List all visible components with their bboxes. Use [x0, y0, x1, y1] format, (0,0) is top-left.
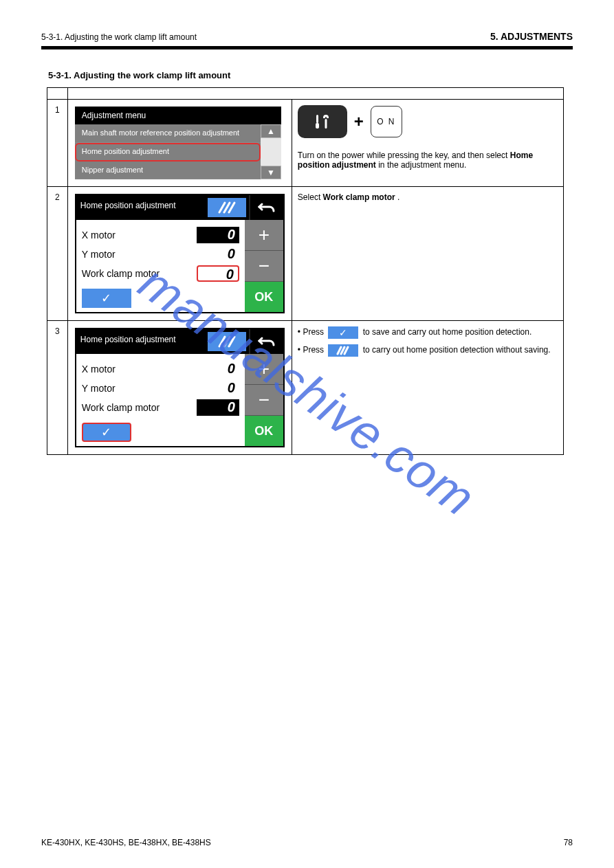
text-span: Select — [298, 192, 323, 202]
check-icon: ✓ — [101, 291, 111, 306]
adjustment-menu-title: Adjustment menu — [75, 107, 281, 124]
row3-image-cell: Home position adjustment — [67, 321, 292, 455]
header-left: 5-3-1. Adjusting the work clamp lift amo… — [41, 32, 197, 42]
hp-title: Home position adjustment — [76, 195, 205, 220]
plus-label: + — [354, 112, 364, 131]
menu-item-main-shaft[interactable]: Main shaft motor reference position adju… — [75, 124, 261, 143]
back-icon — [257, 201, 276, 214]
hp-back-button-3[interactable] — [249, 329, 283, 354]
table-row: 2 Home position adjustment — [47, 187, 564, 321]
minus-button-3[interactable]: − — [245, 385, 283, 416]
confirm-button-3[interactable]: ✓ — [82, 423, 131, 442]
text-span: . — [397, 192, 399, 202]
minus-button[interactable]: − — [245, 251, 283, 282]
home-position-panel-3: Home position adjustment — [75, 328, 285, 447]
main-table: 1 Adjustment menu Main shaft motor refer… — [47, 87, 564, 455]
svg-rect-2 — [325, 119, 327, 129]
tools-icon-button[interactable] — [298, 105, 347, 138]
plus-button-3[interactable]: + — [245, 354, 283, 385]
text-span: Turn on the power while pressing the — [298, 151, 435, 160]
row-number: 3 — [47, 321, 68, 455]
adjustment-menu: Adjustment menu Main shaft motor referen… — [75, 107, 281, 179]
confirm-button[interactable]: ✓ — [82, 289, 131, 308]
ok-button-3[interactable]: OK — [245, 416, 283, 446]
header-right: 5. ADJUSTMENTS — [490, 31, 573, 42]
table-header-num — [47, 88, 68, 100]
doc-footer: KE-430HX, KE-430HS, BE-438HX, BE-438HS 7… — [41, 838, 573, 847]
slash-icon — [215, 200, 239, 215]
hp-back-button[interactable] — [249, 195, 283, 220]
doc-header: 5-3-1. Adjusting the work clamp lift amo… — [41, 31, 573, 42]
ok-button[interactable]: OK — [245, 282, 283, 312]
inline-work-clamp-label: Work clamp motor — [323, 192, 395, 202]
x-motor-value-3[interactable]: 0 — [197, 361, 239, 377]
work-clamp-motor-label[interactable]: Work clamp motor — [82, 268, 197, 279]
inline-check-icon: ✓ — [328, 326, 358, 339]
home-position-panel: Home position adjustment — [75, 194, 285, 313]
hp-title-3: Home position adjustment — [76, 329, 205, 354]
svg-rect-0 — [316, 115, 318, 123]
row2-text-cell: Select Work clamp motor . — [292, 187, 563, 321]
footer-left: KE-430HX, KE-430HS, BE-438HX, BE-438HS — [41, 838, 211, 847]
work-clamp-motor-value-3[interactable]: 0 — [197, 399, 239, 416]
work-clamp-motor-label-3[interactable]: Work clamp motor — [82, 402, 197, 413]
y-motor-label[interactable]: Y motor — [82, 249, 197, 260]
work-clamp-motor-value[interactable]: 0 — [197, 265, 239, 282]
text-span: • Press — [298, 327, 327, 337]
inline-slash-icon — [328, 344, 358, 357]
tools-icon — [312, 112, 333, 131]
header-rule — [41, 46, 573, 49]
plus-button[interactable]: + — [245, 220, 283, 251]
table-header-rest — [67, 88, 563, 100]
on-button-label: O N — [377, 117, 395, 126]
row1-text-cell: Movement mode standby screen + O N — [292, 100, 563, 187]
text-span: key, and then select — [435, 151, 510, 160]
table-row: 1 Adjustment menu Main shaft motor refer… — [47, 100, 564, 187]
text-span: in the adjustment menu. — [378, 160, 466, 170]
menu-up-arrow[interactable]: ▲ — [261, 124, 281, 138]
text-span: to carry out home position detection wit… — [363, 345, 551, 355]
text-span: • Press — [298, 345, 327, 355]
x-motor-label[interactable]: X motor — [82, 230, 197, 241]
svg-rect-1 — [316, 123, 319, 129]
text-span: to save and carry out home position dete… — [363, 327, 531, 337]
slash-icon — [215, 334, 239, 349]
section-title: 5-3-1. Adjusting the work clamp lift amo… — [48, 70, 566, 80]
hp-slash-button-3[interactable] — [206, 331, 248, 353]
row3-text-cell: • Press ✓ to save and carry out home pos… — [292, 321, 563, 455]
x-motor-value[interactable]: 0 — [197, 227, 239, 243]
footer-right: 78 — [564, 838, 573, 847]
row1-image-cell: Adjustment menu Main shaft motor referen… — [67, 100, 292, 187]
row1-text: Turn on the power while pressing the key… — [298, 151, 558, 170]
page-wrapper: 5-3-1. Adjusting the work clamp lift amo… — [0, 0, 614, 482]
hp-slash-button[interactable] — [206, 197, 248, 219]
check-icon: ✓ — [339, 327, 347, 338]
x-motor-label-3[interactable]: X motor — [82, 364, 197, 375]
back-icon — [257, 335, 276, 348]
y-motor-value-3[interactable]: 0 — [197, 380, 239, 397]
menu-down-arrow[interactable]: ▼ — [261, 166, 281, 179]
y-motor-value[interactable]: 0 — [197, 246, 239, 263]
menu-item-nipper[interactable]: Nipper adjustment — [75, 162, 261, 180]
row-number: 2 — [47, 187, 68, 321]
y-motor-label-3[interactable]: Y motor — [82, 383, 197, 394]
on-button[interactable]: O N — [371, 106, 402, 137]
menu-item-home-position[interactable]: Home position adjustment — [75, 143, 261, 162]
row-number: 1 — [47, 100, 68, 187]
table-header-row — [47, 88, 564, 100]
row2-image-cell: Home position adjustment — [67, 187, 292, 321]
check-icon: ✓ — [101, 425, 111, 440]
table-row: 3 Home position adjustment — [47, 321, 564, 455]
